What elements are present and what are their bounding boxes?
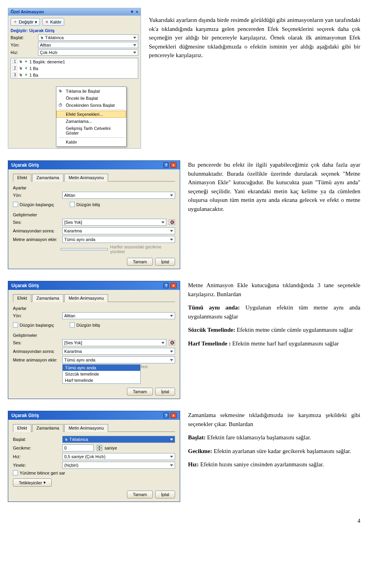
item-text: 1 Başlık: deneme1 [29, 59, 65, 64]
yon-label: Yön: [13, 193, 60, 198]
menu-advanced-timeline[interactable]: Gelişmiş Tarih Cetvelini Göster [56, 125, 126, 137]
yon-select[interactable]: Alttan [62, 312, 175, 319]
gecikme-spinner[interactable]: ▴▾ [97, 445, 102, 451]
rewind-checkbox[interactable] [13, 470, 18, 475]
menu-separator [58, 110, 125, 110]
chevron-down-icon [170, 351, 173, 352]
chevron-down-icon [170, 464, 173, 466]
triggers-button[interactable]: Tetikleyiciler ▾ [13, 478, 52, 487]
tab-zamanlama[interactable]: Zamanlama [32, 294, 63, 302]
tab-zamanlama[interactable]: Zamanlama [32, 174, 63, 182]
help-icon[interactable]: ? [163, 162, 169, 168]
menu-separator [58, 137, 125, 138]
list-item[interactable]: 1 🖱 ✦ 1 Başlık: deneme1 [11, 58, 138, 65]
baslat-select[interactable]: 🖱Tıklatınca [62, 436, 175, 443]
help-icon[interactable]: ? [163, 283, 169, 288]
ses-select[interactable]: [Ses Yok] [62, 219, 166, 226]
hiz-select[interactable]: 0,5 saniye (Çok Hızlı) [62, 453, 175, 460]
tab-efekt[interactable]: Efekt [13, 294, 31, 302]
tab-metin-animasyonu[interactable]: Metin Animasyonu [64, 424, 108, 432]
close-icon[interactable]: × [170, 413, 177, 418]
ok-button[interactable]: Tamam [127, 491, 153, 498]
yinele-label: Yinele: [13, 463, 60, 468]
smooth-end-checkbox[interactable] [70, 202, 75, 207]
cancel-button[interactable]: İptal [155, 491, 175, 498]
panel-title: Özel Animasyon [11, 9, 44, 14]
tab-metin-animasyonu[interactable]: Metin Animasyonu [64, 174, 108, 182]
close-icon[interactable]: × [136, 9, 138, 14]
bold-label: Başlat: [188, 434, 206, 441]
menu-start-on-click[interactable]: 🖱 Tıklama ile Başlat [56, 88, 126, 95]
yon-value: Alttan [64, 313, 75, 318]
panel-title-bar: Özel Animasyon ▼ × [8, 8, 141, 16]
chevron-down-icon: ▾ [35, 20, 37, 25]
metin-ekle-select[interactable]: Tümü aynı anda [62, 356, 175, 363]
menu-remove[interactable]: Kaldır [56, 138, 126, 146]
hiz-dropdown[interactable]: Çok Hızlı [38, 49, 138, 56]
speaker-icon[interactable]: 🔇 [169, 340, 175, 345]
text-span: Efektin fare tıklamasıyla başlamasını sa… [206, 434, 311, 441]
yinele-select[interactable]: (hiçbiri) [62, 462, 175, 469]
menu-start-with-previous[interactable]: Önceki ile Başlat [56, 95, 126, 102]
smooth-start-checkbox[interactable] [13, 202, 18, 207]
cancel-button[interactable]: İptal [155, 258, 175, 266]
text-block: Yukarıdaki ayarların dışında birde resim… [149, 16, 360, 60]
chevron-down-icon [170, 239, 173, 241]
mouse-icon: 🖱 [19, 66, 23, 70]
help-icon[interactable]: ? [163, 413, 169, 418]
smooth-start-checkbox[interactable] [13, 322, 18, 327]
option-all-at-once[interactable]: Tümü aynı anda [63, 365, 140, 371]
cancel-button[interactable]: İptal [155, 388, 175, 396]
chevron-down-icon [170, 456, 173, 458]
chevron-down-icon [133, 44, 136, 46]
menu-start-after-previous[interactable]: ⏱ Öncekinden Sonra Başlat [56, 102, 126, 109]
menu-timing[interactable]: Zamanlama... [56, 118, 126, 125]
menu-effect-options[interactable]: Efekt Seçenekleri... [56, 111, 126, 118]
gecikme-input[interactable]: 0 [62, 444, 94, 451]
pin-icon[interactable]: ▼ [130, 9, 134, 14]
yon-value: Alttan [40, 43, 51, 47]
metin-ekle-label: Metne animasyon ekle: [13, 358, 60, 362]
metin-ekle-label: Metne animasyon ekle: [13, 237, 60, 242]
tab-metin-animasyonu[interactable]: Metin Animasyonu [64, 294, 108, 302]
chevron-down-icon [133, 52, 136, 54]
change-button[interactable]: ✦ Değiştir ▾ [11, 18, 40, 26]
rewind-label: Yürütme bitince geri sar [20, 471, 65, 475]
mouse-icon: 🖱 [40, 36, 44, 40]
text-span: Efektin ayarlanan süre kadar gecikerek b… [212, 448, 351, 454]
option-by-letter[interactable]: Harf temelinde [63, 377, 140, 383]
yon-select[interactable]: Alttan [62, 192, 175, 199]
metin-ekle-select[interactable]: Tümü aynı anda [62, 236, 175, 243]
tab-efekt[interactable]: Efekt [13, 424, 31, 432]
after-anim-select[interactable]: Karartma [62, 348, 175, 355]
option-by-word[interactable]: Sözcük temelinde [63, 371, 140, 377]
list-item[interactable]: 3 🖱 ✦ 1 Ba [11, 72, 138, 78]
ses-value: [Ses Yok] [64, 340, 82, 345]
bold-label: Tümü aynı anda: [188, 304, 240, 311]
list-item[interactable]: 2 🖱 ✦ 1 Ba [11, 65, 138, 72]
tab-efekt[interactable]: Efekt [13, 174, 31, 182]
page-number: 4 [0, 514, 376, 528]
ok-button[interactable]: Tamam [127, 388, 153, 396]
smooth-end-checkbox[interactable] [70, 322, 75, 327]
ses-select[interactable]: [Ses Yok] [62, 339, 166, 346]
tab-zamanlama[interactable]: Zamanlama [32, 424, 63, 432]
dialog-title: Uçarak Giriş [11, 283, 39, 288]
metin-ekle-value: Tümü aynı anda [64, 237, 96, 242]
hiz-value: 0,5 saniye (Çok Hızlı) [64, 454, 105, 459]
menu-label: Tıklama ile Başlat [66, 89, 100, 94]
hiz-value: Çok Hızlı [40, 50, 58, 55]
ok-button[interactable]: Tamam [127, 258, 153, 266]
after-anim-select[interactable]: Karartma [62, 227, 175, 234]
yon-label: Yön: [11, 43, 38, 47]
dialog-title: Uçarak Giriş [11, 162, 39, 168]
hiz-label: Hız: [13, 454, 60, 459]
close-icon[interactable]: × [170, 283, 177, 288]
yon-dropdown[interactable]: Alttan [38, 42, 138, 48]
baslat-dropdown[interactable]: 🖱Tıklatınca [38, 34, 138, 41]
after-anim-value: Karartma [64, 349, 82, 354]
change-link[interactable]: Değiştir: Uçarak Giriş [11, 28, 138, 33]
close-icon[interactable]: × [170, 162, 177, 168]
remove-button[interactable]: ✕ Kaldır [42, 18, 64, 26]
speaker-icon[interactable]: 🔇 [169, 219, 175, 225]
